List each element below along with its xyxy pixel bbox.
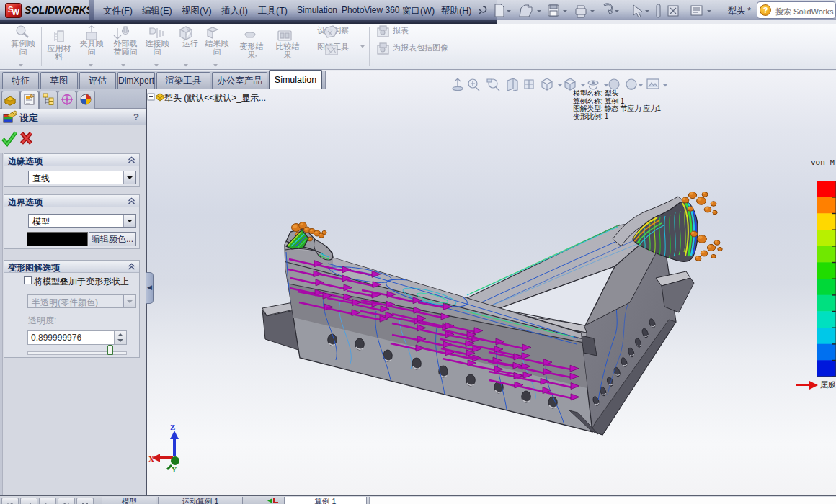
- svg-text:Z: Z: [170, 423, 175, 431]
- svg-text:X: X: [148, 454, 154, 463]
- svg-text:Y: Y: [172, 466, 177, 474]
